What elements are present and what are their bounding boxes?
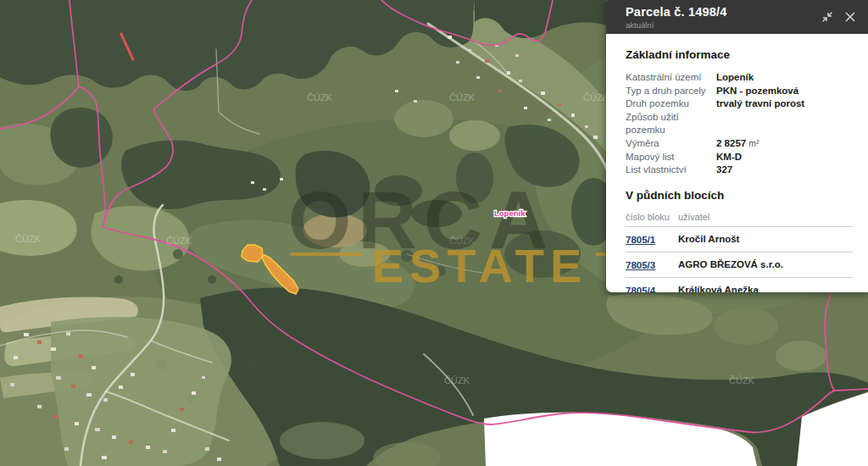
info-value: KM-D [716,151,742,164]
place-label: Lopeník [494,208,526,218]
collapse-panel-button[interactable] [821,10,834,24]
info-value: 2 8257 [716,137,746,151]
brand-watermark-rule-left [291,252,362,256]
soil-block-user: AGRO BŘEZOVÁ s.r.o. [678,259,783,269]
highlighted-parcel[interactable] [242,245,263,262]
info-row: Mapový list KM-D [626,151,853,164]
info-row: Druh pozemku trvalý travní porost [626,97,853,111]
info-label: Výměra [626,137,716,151]
info-value: trvalý travní porost [716,97,804,111]
svg-text:ČÚZK: ČÚZK [307,92,333,103]
svg-text:ČÚZK: ČÚZK [444,375,470,386]
close-icon [843,10,857,24]
info-value: Lopeník [716,71,754,85]
soil-block-link[interactable]: 7805/4 [626,286,655,292]
table-row: 7805/4 Králíková Anežka [626,278,853,292]
info-label: Druh pozemku [626,97,716,111]
soil-block-user: Králíková Anežka [678,285,759,292]
info-label: Katastrální území [626,71,716,85]
soil-blocks-heading: V půdních blocích [626,189,853,202]
close-panel-button[interactable] [843,10,857,24]
basic-info-heading: Základní informace [626,48,853,61]
info-row: Katastrální území Lopeník [626,71,853,85]
info-value: PKN - pozemková [716,85,798,98]
info-value: 327 [716,164,732,177]
panel-body: Základní informace Katastrální území Lop… [606,34,868,292]
info-label: List vlastnictví [626,164,716,177]
info-row: List vlastnictví 327 [626,164,853,177]
svg-text:ČÚZK: ČÚZK [729,375,755,386]
brand-watermark-secondary: ESTATE [372,239,588,292]
cadastral-map-app: ČÚZK ČÚZK ČÚZK ČÚZK ČÚZK ČÚZK ČÚZK ČÚZK … [0,0,868,466]
table-row: 7805/1 Kročil Arnošt [626,227,853,252]
svg-text:ČÚZK: ČÚZK [166,236,192,246]
info-row: Výměra 2 8257 m² [626,137,853,151]
parcel-info-panel: Parcela č. 1498/4 aktuální Základní info… [606,0,868,292]
info-label: Mapový list [626,151,716,164]
column-header-user: uživatel [678,212,709,222]
info-label: Typ a druh parcely [626,85,716,98]
column-header-block: číslo bloku [626,212,678,222]
area-unit: m² [748,137,759,151]
svg-text:ČÚZK: ČÚZK [449,92,476,103]
info-label: Způsob užití pozemku [626,111,716,137]
table-row: 7805/3 AGRO BŘEZOVÁ s.r.o. [626,252,853,278]
collapse-arrows-icon [821,10,834,24]
soil-block-link[interactable]: 7805/1 [626,235,655,245]
soil-block-link[interactable]: 7805/3 [626,260,655,270]
svg-text:ČÚZK: ČÚZK [15,234,42,244]
info-row: Typ a druh parcely PKN - pozemková [626,85,853,98]
soil-blocks-table-header: číslo bloku uživatel [626,212,853,227]
soil-block-user: Kročil Arnošt [678,234,739,244]
panel-header: Parcela č. 1498/4 aktuální [606,0,868,34]
info-row: Způsob užití pozemku [626,111,853,137]
